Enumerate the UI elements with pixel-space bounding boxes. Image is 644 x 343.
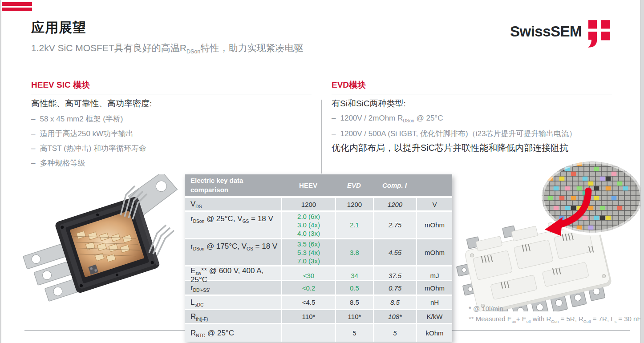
cell-comp: 5	[373, 324, 416, 342]
cell-comp: 0.75	[373, 281, 416, 295]
table-header-row: Electric key data comparison HEEV EVD Co…	[185, 174, 452, 196]
section-underline	[31, 94, 312, 94]
table-row: LsDC <4.5 8.5 8.5 nH	[185, 296, 452, 309]
cell-parameter: VDS	[185, 198, 281, 210]
heev-module-photo	[16, 174, 187, 318]
cell-unit: V	[416, 198, 452, 210]
swisssem-logo: SwissSEM	[510, 20, 612, 48]
table-row: rDSon @ 25°C, VGS = 18 V 2.0 (6x) 3.0 (4…	[185, 212, 452, 238]
cell-unit: mOhm	[416, 239, 452, 265]
cell-unit: mOhm	[416, 212, 452, 238]
brand-bar	[2, 8, 32, 11]
cell-evd: 1200	[335, 198, 373, 210]
cell-parameter: rDD'+SS'	[185, 281, 281, 295]
bullet-dash: –	[31, 129, 35, 138]
cell-evd: 8.5	[335, 296, 373, 309]
cell-unit: kOhm	[416, 324, 452, 342]
footnote-2: ** Measured Eon+ Eoff with RGon = 5R, RG…	[469, 314, 642, 324]
bullet-item: –1200V / 500A (Si IGBT, 优化针脚排布)（i23芯片提升可…	[332, 129, 576, 139]
table-row: rDD'+SS' <0.2 0.5 0.75 mOhm	[185, 281, 452, 295]
cell-comp: 4.55	[373, 239, 416, 265]
table-row: Rth(j-F) 110* 110* 108* K/kW	[185, 310, 452, 323]
cell-comp: 2.75	[373, 212, 416, 238]
window-edge-left	[0, 0, 1, 343]
cell-unit: mOhm	[416, 281, 452, 295]
page-subtitle: 1.2kV SiC MOSFET具有良好的高温RDSon特性，助力实现紧凑电驱	[31, 42, 303, 54]
page-title: 应用展望	[31, 19, 86, 37]
cell-heev: 1200	[281, 198, 335, 210]
emphasis-text: 优化内部布局，以提升SiC芯片并联性能和降低内部连接阻抗	[332, 142, 568, 154]
section-heading-heev: HEEV SiC 模块	[31, 79, 90, 91]
table-row: RNTC @ 25°C 5 5 kOhm	[185, 324, 452, 342]
bullet-item: –58 x 45 mm2 框架 (半桥)	[31, 114, 123, 124]
cell-comp: 1200	[373, 198, 416, 210]
column-header-unit	[416, 174, 452, 196]
cell-heev: 110*	[281, 310, 335, 323]
window-edge-right	[640, 0, 644, 343]
cell-parameter: LsDC	[185, 296, 281, 309]
cell-evd: 2.1	[335, 212, 373, 238]
cell-heev: <0.2	[281, 281, 335, 295]
cell-evd: 5	[335, 324, 373, 342]
comparison-table: Electric key data comparison HEEV EVD Co…	[185, 174, 452, 342]
logo-text: SwissSEM	[510, 23, 582, 40]
bullet-dash: –	[332, 114, 336, 122]
table-row: Esw** @ 600 V, 400 A, 25°C <30 34 37.5 m…	[185, 266, 452, 280]
bullet-dash: –	[31, 159, 35, 167]
cell-heev	[281, 324, 335, 342]
column-header-heev: HEEV	[281, 174, 335, 196]
bullet-item: –1200V / 2mOhm RDSon @ 25°C	[332, 114, 443, 123]
table-row: rDSon @ 175°C, VGS = 18 V 3.5 (6x) 5.3 (…	[185, 239, 452, 265]
bullet-dash: –	[332, 129, 336, 138]
slide: 应用展望 1.2kV SiC MOSFET具有良好的高温RDSon特性，助力实现…	[0, 0, 644, 343]
cell-comp: 108*	[373, 310, 416, 323]
footnote-1: * @ 10l/min	[469, 303, 642, 314]
cell-parameter: rDSon @ 25°C, VGS = 18 V	[185, 212, 281, 238]
table-row: VDS 1200 1200 1200 V	[185, 198, 452, 210]
bullet-item: –多种规格等级	[31, 158, 85, 168]
column-header-evd: EVD	[335, 174, 373, 196]
cell-comp: 8.5	[373, 296, 416, 309]
section-divider	[321, 100, 322, 174]
cell-parameter: rDSon @ 175°C, VGS = 18 V	[185, 239, 281, 265]
cell-heev: <4.5	[281, 296, 335, 309]
logo-mark-icon	[588, 20, 612, 48]
bullet-dash: –	[31, 115, 35, 123]
section-evd: EVD模块 有Si和SiC两种类型: –1200V / 2mOhm RDSon …	[332, 78, 612, 174]
cell-unit: K/kW	[416, 310, 452, 323]
evd-module-photo	[445, 161, 644, 311]
cell-evd: 0.5	[335, 281, 373, 295]
cell-evd: 3.8	[335, 239, 373, 265]
section-underline	[332, 94, 612, 94]
cell-parameter: RNTC @ 25°C	[185, 324, 281, 342]
section-heev: HEEV SiC 模块 高性能、高可靠性、高功率密度: –58 x 45 mm2…	[31, 78, 312, 174]
lead-text: 有Si和SiC两种类型:	[332, 98, 406, 109]
cell-evd: 110*	[335, 310, 373, 323]
footnotes: * @ 10l/min ** Measured Eon+ Eoff with R…	[469, 303, 642, 324]
cell-heev: 3.5 (6x) 5.3 (4x) 7.0 (3x)	[281, 239, 335, 265]
bullet-item: –适用于高达250 kW功率输出	[31, 129, 134, 139]
cell-heev: 2.0 (6x) 3.0 (4x) 4.0 (3x)	[281, 212, 335, 238]
brand-bar	[2, 2, 32, 6]
lead-text: 高性能、高可靠性、高功率密度:	[31, 98, 152, 109]
bullet-item: –高TST (热冲击) 和功率循环寿命	[31, 143, 146, 153]
section-heading-evd: EVD模块	[332, 79, 366, 91]
cell-unit: nH	[416, 296, 452, 309]
cell-parameter: Rth(j-F)	[185, 310, 281, 323]
table-title: Electric key data comparison	[185, 174, 281, 196]
column-header-comp: Comp. I	[373, 174, 416, 196]
bullet-dash: –	[31, 144, 35, 153]
